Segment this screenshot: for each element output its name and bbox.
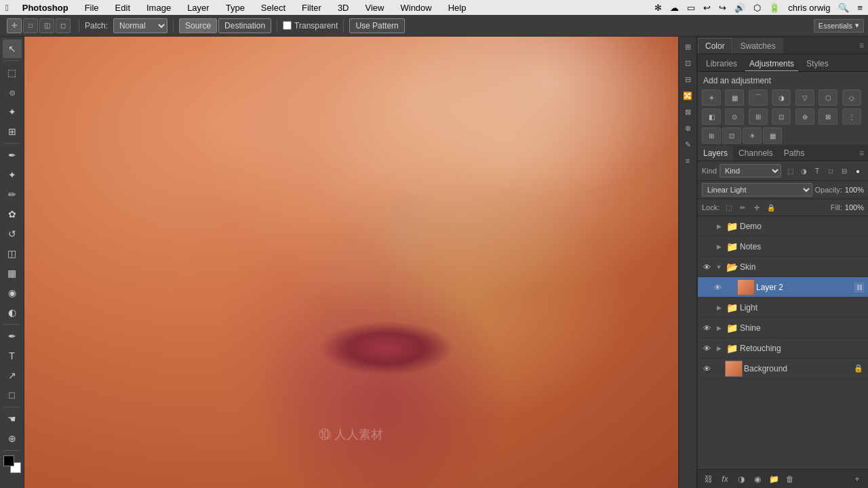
layer-visibility-toggle[interactable]: 👁 [701, 322, 713, 334]
transparent-label[interactable]: Transparent [283, 21, 338, 30]
menu-photoshop[interactable]: Photoshop [20, 3, 71, 13]
new-layer-btn[interactable]: + [850, 472, 864, 486]
search-icon[interactable]: 🔍 [838, 3, 849, 13]
adj-exposure[interactable]: ◑ [772, 89, 791, 106]
adj-color-balance[interactable]: ◇ [842, 89, 861, 106]
gradient-tool[interactable]: ▦ [3, 264, 22, 283]
layer-link-icon[interactable]: ⛓ [853, 281, 865, 293]
blur-tool[interactable]: ◉ [3, 283, 22, 302]
eraser-tool[interactable]: ◫ [3, 244, 22, 263]
kind-smart-icon[interactable]: ⊟ [838, 165, 850, 177]
menu-file[interactable]: File [82, 3, 102, 13]
mini-tool-7[interactable]: ✎ [680, 137, 695, 152]
delete-layer-btn[interactable]: 🗑 [783, 472, 797, 486]
layer-row[interactable]: 👁 ▶ 📁 Notes [698, 237, 868, 257]
new-group-btn[interactable]: 📁 [767, 472, 781, 486]
crop-tool[interactable]: ⊞ [3, 122, 22, 141]
blend-mode-select[interactable]: Linear Light [702, 183, 812, 197]
adj-selective-color[interactable]: ⊡ [722, 127, 741, 144]
mini-tool-6[interactable]: ⊗ [680, 121, 695, 136]
lock-transparent-icon[interactable]: ⬚ [722, 201, 734, 214]
kind-text-icon[interactable]: T [811, 165, 823, 177]
layer-expand-btn[interactable]: ▼ [714, 262, 724, 272]
layer-visibility-toggle[interactable]: 👁 [711, 281, 724, 293]
quick-select-tool[interactable]: ✦ [3, 102, 22, 121]
clone-tool[interactable]: ✿ [3, 205, 22, 224]
layer-visibility-toggle[interactable]: 👁 [701, 363, 713, 375]
apple-menu[interactable]:  [5, 3, 9, 13]
mini-tool-3[interactable]: ⊟ [680, 72, 695, 87]
mini-tool-1[interactable]: ⊞ [680, 39, 695, 54]
add-mask-btn[interactable]: ◑ [734, 472, 748, 486]
menu-image[interactable]: Image [144, 3, 174, 13]
layer-expand-btn[interactable]: ▶ [714, 323, 724, 333]
text-tool[interactable]: T [3, 346, 22, 365]
zoom-tool[interactable]: ⊕ [3, 429, 22, 448]
tab-swatches[interactable]: Swatches [733, 38, 783, 54]
adj-hue-sat[interactable]: ⬡ [818, 89, 837, 106]
brush-tool[interactable]: ✏ [3, 185, 22, 204]
adj-black-white[interactable]: ◧ [702, 108, 721, 125]
panel-collapse-btn[interactable]: ≡ [855, 41, 868, 50]
kind-shape-icon[interactable]: □ [825, 165, 837, 177]
opacity-value[interactable]: 100% [845, 186, 864, 194]
dodge-tool[interactable]: ◐ [3, 303, 22, 322]
redo-icon[interactable]: ↪ [719, 3, 726, 13]
tool-btn-1[interactable]: ✛ [7, 18, 22, 33]
adj-color-lookup[interactable]: ⊡ [772, 108, 791, 125]
layer-visibility-toggle[interactable]: 👁 [701, 302, 713, 314]
kind-filter-select[interactable]: Kind [719, 164, 781, 178]
layer-expand-btn[interactable]: ▶ [714, 222, 724, 231]
layer-expand-btn[interactable]: ▶ [714, 242, 724, 251]
tool-btn-4[interactable]: ◻ [56, 18, 71, 33]
link-layers-btn[interactable]: ⛓ [702, 472, 715, 486]
layer-row[interactable]: 👁 ▶ 📁 Retouching [698, 338, 868, 359]
adj-invert[interactable]: ⊛ [795, 108, 814, 125]
eyedropper-tool[interactable]: ✒ [3, 146, 22, 165]
tab-channels[interactable]: Channels [733, 146, 778, 161]
layers-panel-menu[interactable]: ≡ [855, 148, 868, 158]
mini-tool-8[interactable]: ≡ [680, 153, 695, 168]
menu-help[interactable]: Help [446, 3, 469, 13]
adj-levels[interactable]: ▦ [725, 89, 744, 106]
menu-type[interactable]: Type [223, 3, 248, 13]
source-button[interactable]: Source [179, 18, 217, 33]
menu-edit[interactable]: Edit [113, 3, 133, 13]
layer-row[interactable]: 👁 ▶ 📁 Light [698, 298, 868, 318]
layer-row[interactable]: 👁 ▶ 📁 Demo [698, 216, 868, 237]
marquee-tool[interactable]: ⬚ [3, 63, 22, 82]
mini-tool-5[interactable]: ⊠ [680, 104, 695, 119]
fx-btn[interactable]: fx [718, 472, 732, 486]
shape-tool[interactable]: □ [3, 386, 22, 405]
essentials-button[interactable]: Essentials ▾ [814, 19, 864, 33]
move-tool[interactable]: ↖ [3, 39, 22, 58]
layer-visibility-toggle[interactable]: 👁 [701, 241, 713, 253]
pen-tool[interactable]: ✒ [3, 327, 22, 346]
history-brush-tool[interactable]: ↺ [3, 224, 22, 243]
tool-btn-3[interactable]: ◫ [39, 18, 54, 33]
path-tool[interactable]: ↗ [3, 366, 22, 385]
transparent-checkbox[interactable] [283, 21, 292, 30]
layer-visibility-toggle[interactable]: 👁 [701, 220, 713, 232]
tab-paths[interactable]: Paths [778, 146, 810, 161]
adj-photo-filter[interactable]: ⊙ [725, 108, 744, 125]
adj-vibrance[interactable]: ▽ [795, 89, 814, 106]
adj-gradient-map[interactable]: ⊞ [702, 127, 721, 144]
mini-tool-2[interactable]: ⊡ [680, 56, 695, 70]
layer-expand-btn[interactable]: ▶ [714, 303, 724, 312]
tab-styles[interactable]: Styles [802, 57, 833, 71]
layer-visibility-toggle[interactable]: 👁 [701, 261, 713, 273]
menu-layer[interactable]: Layer [184, 3, 212, 13]
fill-value[interactable]: 100% [845, 203, 864, 211]
adj-brightness2[interactable]: ☀ [743, 127, 762, 144]
adj-brightness[interactable]: ☀ [702, 89, 721, 106]
kind-pixel-icon[interactable]: ⬚ [784, 165, 796, 177]
patch-mode-select[interactable]: Normal [113, 18, 167, 33]
adj-levels2[interactable]: ▦ [763, 127, 782, 144]
lock-all-icon[interactable]: 🔒 [765, 201, 777, 214]
lasso-tool[interactable]: ⌾ [3, 83, 22, 102]
adj-threshold[interactable]: ⋮ [842, 108, 861, 125]
layer-row[interactable]: 👁 ▼ 📂 Skin [698, 257, 868, 277]
layer-visibility-toggle[interactable]: 👁 [701, 342, 713, 354]
kind-enable-icon[interactable]: ● [852, 165, 864, 177]
